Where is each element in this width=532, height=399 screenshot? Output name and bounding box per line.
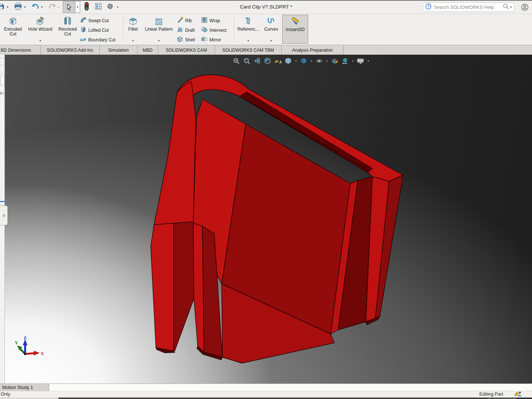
caret-down-icon: ▾: [248, 39, 249, 44]
tab-label: Analysis Preparation: [292, 48, 332, 53]
ribbon-button-instant3d[interactable]: Instant3D: [282, 15, 308, 44]
instant3d-icon: [290, 15, 300, 26]
svg-text:?: ?: [427, 4, 429, 8]
ribbon-button-fillet[interactable]: Fillet ▾: [125, 15, 141, 44]
triad-z-label: Z: [24, 336, 27, 341]
linear-pattern-icon: [154, 15, 163, 26]
reference-geometry-icon: [243, 15, 253, 26]
help-icon: ?: [425, 3, 432, 11]
status-bar: Only Editing Part: [0, 391, 532, 398]
tab-simulation[interactable]: Simulation: [100, 45, 137, 55]
tab-label: Motion Study 1: [2, 385, 33, 390]
ribbon-button-linear-pattern[interactable]: Linear Pattern ▾: [142, 15, 175, 44]
ribbon-label: Intersect: [209, 28, 226, 33]
mirror-icon: [201, 36, 208, 44]
panel-selection-fragment: [0, 201, 5, 202]
panel-splitter-handle[interactable]: [0, 205, 8, 225]
heads-up-view-toolbar: A ▾ ▾ ▾ ▾ ▾: [232, 56, 370, 66]
ribbon-label: Rib: [185, 18, 192, 23]
motion-study-bar: Motion Study 1: [0, 383, 532, 391]
view-orientation-dropdown[interactable]: ▾: [294, 59, 298, 63]
ribbon-label: Extruded Cut: [1, 27, 24, 37]
previous-view-icon[interactable]: [253, 57, 262, 65]
ribbon-label: Referenc...: [238, 27, 259, 32]
caret-down-icon: ▾: [40, 39, 41, 44]
ribbon-separator: [123, 16, 123, 42]
caret-down-icon: ▾: [270, 39, 272, 44]
ribbon-label: Shell: [185, 37, 195, 42]
edit-appearance-icon[interactable]: [330, 57, 339, 65]
curves-icon: [266, 15, 276, 26]
features-ribbon: Extruded Cut Hole Wizard ▾ Revolved Cut …: [0, 14, 532, 45]
featuremanager-item-fragment: t>: [0, 91, 4, 95]
ribbon-button-boundary-cut[interactable]: Boundary Cut: [80, 35, 115, 44]
apply-scene-icon[interactable]: [341, 57, 349, 65]
viewport-3d[interactable]: A ▾ ▾ ▾ ▾ ▾ t>: [0, 55, 532, 383]
bottom-edge-strip: [0, 398, 532, 399]
tab-label: MBD: [143, 48, 153, 53]
view-settings-icon[interactable]: [356, 57, 365, 65]
tab-solidworks-cam-tbm[interactable]: SOLIDWORKS CAM TBM: [215, 45, 282, 55]
hole-wizard-icon: [35, 15, 45, 26]
ribbon-button-curves[interactable]: Curves ▾: [262, 15, 281, 44]
featuremanager-box-fragment: [1, 76, 4, 85]
section-view-icon[interactable]: [263, 57, 272, 65]
model-face-prong2-front: [193, 223, 204, 352]
shell-icon: [177, 36, 183, 44]
help-search-box[interactable]: ? ▾: [423, 3, 514, 12]
intersect-icon: [201, 26, 208, 34]
commandmanager-tab-bar: BD Dimensions SOLIDWORKS Add-Ins Simulat…: [0, 45, 532, 55]
lofted-cut-icon: [80, 26, 86, 34]
ribbon-button-rib[interactable]: Rib: [177, 16, 192, 25]
model-card-clip: [0, 55, 532, 383]
ribbon-button-shell[interactable]: Shell: [177, 35, 195, 44]
ribbon-label: Fillet: [128, 27, 137, 32]
search-scope-dropdown[interactable]: ▾: [510, 6, 512, 9]
view-orientation-icon[interactable]: [284, 57, 293, 65]
tab-label: SOLIDWORKS CAM TBM: [222, 48, 274, 53]
hide-show-items-dropdown[interactable]: ▾: [325, 59, 329, 63]
tab-label: Simulation: [108, 48, 129, 53]
ribbon-label: Boundary Cut: [88, 37, 115, 42]
account-button[interactable]: [521, 3, 529, 13]
draft-icon: [177, 26, 183, 34]
ribbon-button-hole-wizard[interactable]: Hole Wizard ▾: [24, 15, 56, 44]
ribbon-button-lofted-cut[interactable]: Lofted Cut: [80, 26, 109, 35]
ribbon-button-extruded-cut[interactable]: Extruded Cut: [1, 15, 24, 44]
coordinate-triad: Y Z X: [11, 336, 47, 364]
splitter-knob-icon: [3, 214, 5, 217]
ribbon-label: Instant3D: [286, 27, 304, 32]
ribbon-button-swept-cut[interactable]: Swept Cut: [80, 16, 109, 25]
hide-show-items-icon[interactable]: [315, 57, 324, 65]
model-face-prong1-side: [174, 222, 194, 351]
ribbon-button-intersect[interactable]: Intersect: [201, 26, 226, 35]
fillet-icon: [128, 15, 138, 26]
search-input[interactable]: [434, 4, 502, 10]
tab-solidworks-cam[interactable]: SOLIDWORKS CAM: [158, 45, 215, 55]
swept-cut-icon: [80, 17, 86, 25]
ribbon-label: Lofted Cut: [88, 28, 109, 33]
annotation-views-icon[interactable]: A: [273, 57, 282, 65]
caret-down-icon: ▾: [158, 39, 160, 44]
boundary-cut-icon: [80, 36, 86, 44]
search-magnifier-icon[interactable]: [503, 3, 509, 11]
tab-bd-dimensions[interactable]: BD Dimensions: [0, 45, 41, 55]
tab-motion-study-1[interactable]: Motion Study 1: [0, 384, 49, 391]
tab-analysis-preparation[interactable]: Analysis Preparation: [282, 45, 344, 55]
ribbon-button-reference-geometry[interactable]: Referenc... ▾: [236, 15, 261, 44]
display-style-icon[interactable]: [299, 57, 308, 65]
view-settings-dropdown[interactable]: ▾: [366, 59, 370, 63]
zoom-to-fit-icon[interactable]: [232, 57, 241, 65]
display-style-dropdown[interactable]: ▾: [310, 59, 313, 63]
ribbon-button-mirror[interactable]: Mirror: [201, 35, 221, 44]
ribbon-button-revolved-cut[interactable]: Revolved Cut: [56, 15, 79, 44]
ribbon-button-draft[interactable]: Draft: [177, 26, 195, 35]
tab-mbd[interactable]: MBD: [137, 45, 158, 55]
zoom-to-area-icon[interactable]: [242, 57, 251, 65]
ribbon-label: Linear Pattern: [145, 27, 173, 32]
tab-solidworks-add-ins[interactable]: SOLIDWORKS Add-Ins: [41, 45, 100, 55]
ribbon-button-wrap[interactable]: Wrap: [201, 16, 220, 25]
apply-scene-dropdown[interactable]: ▾: [351, 59, 355, 63]
svg-text:A: A: [279, 60, 282, 64]
account-icon: [521, 3, 529, 13]
